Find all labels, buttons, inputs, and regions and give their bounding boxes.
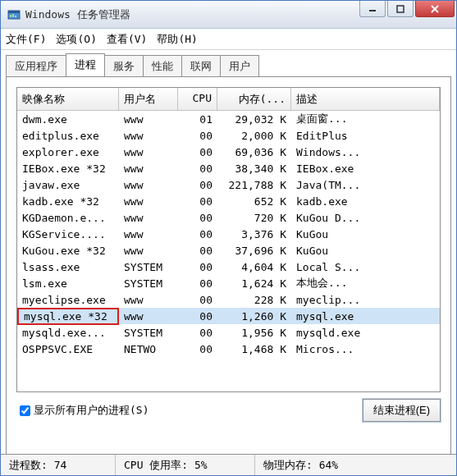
table-row[interactable]: lsass.exeSYSTEM004,604 KLocal S... bbox=[17, 259, 440, 275]
cell-user: SYSTEM bbox=[119, 277, 178, 291]
list-body[interactable]: dwm.exewww0129,032 K桌面窗...editplus.exeww… bbox=[17, 111, 440, 393]
col-user[interactable]: 用户名 bbox=[119, 88, 178, 110]
cell-memory: 4,604 K bbox=[217, 260, 291, 274]
titlebar: Windows 任务管理器 bbox=[1, 1, 456, 29]
statusbar: 进程数: 74 CPU 使用率: 5% 物理内存: 64% bbox=[1, 454, 456, 475]
cell-image-name: mysql.exe *32 bbox=[17, 308, 119, 325]
cell-image-name: KGService.... bbox=[17, 227, 119, 241]
table-row[interactable]: myeclipse.exewww00228 Kmyeclip... bbox=[17, 291, 440, 308]
cell-image-name: javaw.exe bbox=[17, 178, 119, 192]
end-process-button[interactable]: 结束进程(E) bbox=[363, 399, 441, 422]
cell-cpu: 00 bbox=[178, 227, 217, 241]
cell-user: SYSTEM bbox=[119, 326, 178, 340]
table-row[interactable]: explorer.exewww0069,036 KWindows... bbox=[17, 144, 440, 160]
cell-description: KuGou bbox=[291, 227, 440, 241]
cell-user: www bbox=[119, 309, 178, 323]
show-all-users-label[interactable]: 显示所有用户的进程(S) bbox=[16, 403, 149, 419]
cell-description: Windows... bbox=[291, 145, 440, 159]
table-row[interactable]: editplus.exewww002,000 KEditPlus bbox=[17, 127, 440, 144]
cell-cpu: 00 bbox=[178, 129, 217, 143]
cell-description: kadb.exe bbox=[291, 195, 440, 208]
menu-help[interactable]: 帮助(H) bbox=[157, 32, 197, 47]
tab-panel: 映像名称 用户名 CPU 内存(... 描述 dwm.exewww0129,03… bbox=[6, 76, 451, 462]
cell-cpu: 00 bbox=[178, 326, 217, 340]
menu-view[interactable]: 查看(V) bbox=[107, 32, 147, 47]
cell-description: 本地会... bbox=[291, 275, 440, 291]
status-process-count: 进程数: 74 bbox=[1, 455, 116, 475]
col-description[interactable]: 描述 bbox=[291, 88, 440, 110]
col-image-name[interactable]: 映像名称 bbox=[17, 88, 119, 110]
tab-networking[interactable]: 联网 bbox=[181, 55, 221, 78]
cell-user: NETWO bbox=[119, 342, 178, 356]
table-row[interactable]: javaw.exewww00221,788 KJava(TM... bbox=[17, 176, 440, 193]
maximize-button[interactable] bbox=[387, 1, 414, 17]
cell-description: mysqld.exe bbox=[291, 326, 440, 340]
table-row[interactable]: OSPPSVC.EXENETWO001,468 KMicros... bbox=[17, 341, 440, 357]
menu-options[interactable]: 选项(O) bbox=[56, 32, 96, 47]
tab-users[interactable]: 用户 bbox=[220, 55, 259, 78]
svg-rect-2 bbox=[10, 15, 11, 17]
cell-cpu: 00 bbox=[178, 195, 217, 208]
cell-memory: 29,032 K bbox=[217, 112, 291, 126]
show-all-users-text: 显示所有用户的进程(S) bbox=[34, 403, 149, 418]
cell-user: www bbox=[119, 145, 178, 159]
table-row[interactable]: mysql.exe *32www001,260 Kmysql.exe bbox=[17, 308, 440, 324]
cell-user: www bbox=[119, 129, 178, 143]
cell-image-name: kadb.exe *32 bbox=[17, 195, 119, 208]
tab-performance[interactable]: 性能 bbox=[143, 55, 182, 78]
cell-description: myeclip... bbox=[291, 293, 440, 307]
cell-cpu: 00 bbox=[178, 293, 217, 307]
table-row[interactable]: lsm.exeSYSTEM001,624 K本地会... bbox=[17, 275, 440, 291]
cell-user: www bbox=[119, 227, 178, 241]
cell-memory: 228 K bbox=[217, 293, 291, 307]
task-manager-window: Windows 任务管理器 文件(F) 选项(O) 查看(V) 帮助(H) 应用… bbox=[0, 0, 457, 476]
cell-memory: 2,000 K bbox=[217, 129, 291, 143]
cell-description: 桌面窗... bbox=[291, 111, 440, 127]
cell-cpu: 00 bbox=[178, 162, 217, 176]
table-row[interactable]: mysqld.exe...SYSTEM001,956 Kmysqld.exe bbox=[17, 324, 440, 341]
table-row[interactable]: dwm.exewww0129,032 K桌面窗... bbox=[17, 111, 440, 127]
cell-user: www bbox=[119, 162, 178, 176]
col-memory[interactable]: 内存(... bbox=[217, 88, 291, 110]
cell-user: www bbox=[119, 195, 178, 208]
tab-services[interactable]: 服务 bbox=[104, 55, 144, 78]
cell-memory: 1,624 K bbox=[217, 277, 291, 291]
col-cpu[interactable]: CPU bbox=[178, 88, 217, 110]
close-button[interactable] bbox=[415, 1, 455, 17]
cell-memory: 221,788 K bbox=[217, 178, 291, 192]
table-row[interactable]: kadb.exe *32www00652 Kkadb.exe bbox=[17, 193, 440, 209]
table-row[interactable]: IEBox.exe *32www0038,340 KIEBox.exe bbox=[17, 160, 440, 176]
cell-description: Local S... bbox=[291, 260, 440, 274]
table-row[interactable]: KGService....www003,376 KKuGou bbox=[17, 226, 440, 242]
show-all-users-checkbox[interactable] bbox=[20, 405, 30, 416]
cell-memory: 69,036 K bbox=[217, 145, 291, 159]
svg-rect-4 bbox=[15, 16, 16, 17]
cell-user: www bbox=[119, 112, 178, 126]
list-header: 映像名称 用户名 CPU 内存(... 描述 bbox=[17, 88, 440, 111]
status-cpu-usage: CPU 使用率: 5% bbox=[116, 455, 255, 475]
cell-image-name: KuGou.exe *32 bbox=[17, 244, 119, 258]
tab-processes[interactable]: 进程 bbox=[66, 53, 105, 76]
cell-image-name: editplus.exe bbox=[17, 129, 119, 143]
cell-cpu: 00 bbox=[178, 260, 217, 274]
cell-cpu: 00 bbox=[178, 277, 217, 291]
menubar: 文件(F) 选项(O) 查看(V) 帮助(H) bbox=[1, 29, 456, 50]
cell-memory: 1,956 K bbox=[217, 326, 291, 340]
svg-rect-3 bbox=[12, 14, 14, 17]
menu-file[interactable]: 文件(F) bbox=[6, 32, 46, 47]
cell-memory: 37,696 K bbox=[217, 244, 291, 258]
cell-description: mysql.exe bbox=[291, 309, 440, 323]
table-row[interactable]: KuGou.exe *32www0037,696 KKuGou bbox=[17, 242, 440, 259]
status-mem-usage: 物理内存: 64% bbox=[255, 455, 456, 475]
cell-cpu: 00 bbox=[178, 342, 217, 356]
svg-rect-1 bbox=[8, 11, 20, 13]
table-row[interactable]: KGDaemon.e...www00720 KKuGou D... bbox=[17, 209, 440, 226]
cell-user: www bbox=[119, 293, 178, 307]
cell-memory: 1,468 K bbox=[217, 342, 291, 356]
minimize-button[interactable] bbox=[359, 1, 386, 17]
cell-image-name: dwm.exe bbox=[17, 112, 119, 126]
cell-user: SYSTEM bbox=[119, 260, 178, 274]
tab-applications[interactable]: 应用程序 bbox=[6, 55, 66, 78]
cell-image-name: explorer.exe bbox=[17, 145, 119, 159]
cell-image-name: KGDaemon.e... bbox=[17, 211, 119, 225]
